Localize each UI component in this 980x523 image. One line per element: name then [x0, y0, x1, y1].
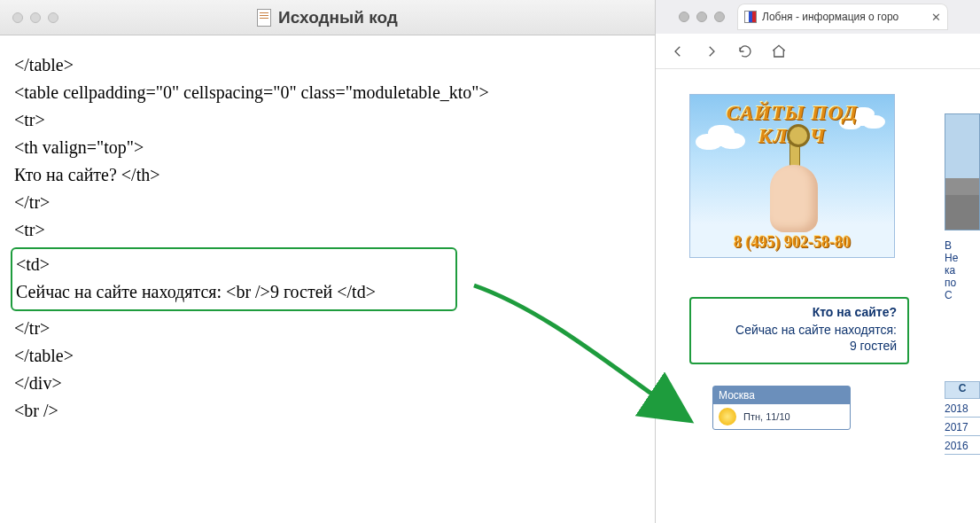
window-titlebar: Исходный код: [0, 0, 655, 35]
code-line: </div>: [14, 370, 641, 397]
reload-icon[interactable]: [737, 43, 753, 59]
edge-text-snippet: В Не ка по С: [945, 239, 980, 301]
who-online-count: 9 гостей: [702, 338, 897, 354]
document-icon: [257, 9, 271, 27]
edge-thumbnail[interactable]: [945, 113, 980, 230]
weather-city: Москва: [713, 386, 850, 404]
code-line: Сейчас на сайте находятся: <br />9 госте…: [16, 278, 450, 306]
weather-date: Птн, 11/10: [743, 411, 790, 422]
code-line: </table>: [14, 342, 641, 370]
back-icon[interactable]: [670, 43, 686, 59]
source-code-area[interactable]: </table> <table cellpadding="0" cellspac…: [0, 35, 655, 433]
page-content[interactable]: САЙТЫ ПОД КЛЮЧ 8 (495) 902-58-80 Кто на …: [656, 69, 980, 523]
source-code-window: Исходный код </table> <table cellpadding…: [0, 0, 656, 523]
favicon-icon: [744, 11, 757, 23]
tab-close-icon[interactable]: ✕: [931, 11, 941, 24]
home-icon[interactable]: [771, 43, 787, 59]
weather-row: Птн, 11/10: [713, 404, 850, 429]
minimize-dot[interactable]: [30, 12, 41, 23]
zoom-dot[interactable]: [714, 12, 725, 22]
edge-row[interactable]: 2016: [945, 436, 980, 455]
banner-phone: 8 (495) 902-58-80: [690, 233, 894, 252]
text-snippet: Не: [945, 252, 980, 264]
text-snippet: В: [945, 239, 980, 252]
code-line: </tr>: [14, 315, 641, 342]
text-snippet: С: [945, 289, 980, 301]
code-line: <tr>: [14, 106, 641, 134]
edge-table-rows: 2018 2017 2016: [945, 399, 980, 455]
browser-tabbar: Лобня - информация о горо ✕: [656, 0, 980, 34]
window-controls: [666, 12, 725, 22]
window-title-text: Исходный код: [278, 8, 398, 27]
browser-tab[interactable]: Лобня - информация о горо ✕: [737, 4, 948, 30]
edge-row[interactable]: 2018: [945, 399, 980, 418]
browser-toolbar: [656, 34, 980, 69]
zoom-dot[interactable]: [48, 12, 58, 23]
ad-banner[interactable]: САЙТЫ ПОД КЛЮЧ 8 (495) 902-58-80: [689, 94, 895, 258]
who-online-line: Сейчас на сайте находятся:: [702, 322, 897, 338]
who-online-widget: Кто на сайте? Сейчас на сайте находятся:…: [689, 297, 909, 364]
code-line: Кто на сайте? </th>: [14, 161, 641, 189]
code-line: <br />: [14, 397, 641, 425]
code-line: <table cellpadding="0" cellspacing="0" c…: [14, 79, 641, 106]
minimize-dot[interactable]: [696, 12, 707, 22]
close-dot[interactable]: [12, 12, 23, 23]
text-snippet: ка: [945, 264, 980, 277]
highlight-box-source: <td> Сейчас на сайте находятся: <br />9 …: [11, 247, 457, 311]
who-online-title: Кто на сайте?: [702, 304, 897, 320]
right-edge-content: В Не ка по С С 2018 2017 2016: [945, 113, 980, 455]
browser-window: Лобня - информация о горо ✕ САЙТЫ ПОД КЛ…: [656, 0, 980, 523]
code-line: </tr>: [14, 189, 641, 216]
edge-row[interactable]: 2017: [945, 418, 980, 436]
edge-table-header: С: [945, 381, 980, 399]
forward-icon[interactable]: [704, 43, 719, 59]
tab-title: Лобня - информация о горо: [762, 11, 898, 23]
weather-widget[interactable]: Москва Птн, 11/10: [712, 386, 851, 430]
code-line: <th valign="top">: [14, 134, 641, 161]
close-dot[interactable]: [679, 12, 689, 22]
sun-icon: [719, 408, 736, 425]
window-controls: [0, 12, 58, 23]
text-snippet: по: [945, 277, 980, 289]
hand-icon: [770, 165, 818, 232]
window-title: Исходный код: [0, 8, 655, 27]
code-line: </table>: [14, 51, 641, 79]
code-line: <td>: [16, 251, 450, 278]
code-line: <tr>: [14, 216, 641, 244]
